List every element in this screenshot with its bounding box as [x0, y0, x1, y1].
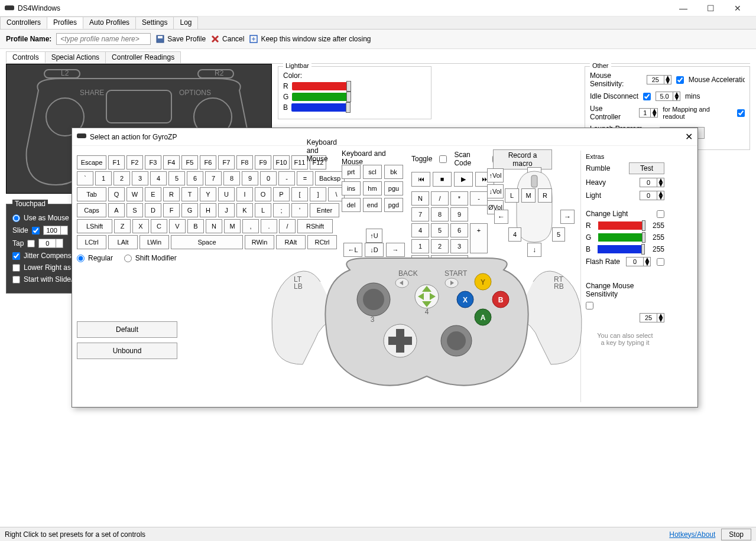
- key-lshift[interactable]: LShift: [77, 219, 112, 233]
- maximize-button[interactable]: ☐: [697, 4, 724, 13]
- key-u[interactable]: U: [218, 187, 235, 201]
- mouse-4-button[interactable]: 4: [508, 227, 521, 242]
- key-2[interactable]: 2: [113, 171, 130, 185]
- key-y[interactable]: Y: [200, 187, 216, 201]
- lower-right-checkbox[interactable]: [12, 264, 20, 272]
- key-c[interactable]: C: [151, 219, 167, 233]
- unbound-button[interactable]: Unbound: [77, 343, 177, 359]
- lightbar-g-slider[interactable]: [292, 93, 351, 101]
- key-f8[interactable]: F8: [236, 155, 253, 170]
- cancel-button[interactable]: Cancel: [210, 34, 244, 44]
- vol-up-key[interactable]: ↑Vol: [487, 168, 504, 182]
- key-f1[interactable]: F1: [108, 155, 125, 170]
- slide-spinner[interactable]: ▲▼: [43, 226, 68, 235]
- modal-close-button[interactable]: ✕: [685, 131, 693, 142]
- record-macro-button[interactable]: Record a macro: [493, 149, 552, 170]
- key-space[interactable]: Space: [171, 235, 243, 249]
- key-d[interactable]: D: [145, 203, 161, 217]
- regular-radio[interactable]: [77, 255, 85, 262]
- key-1[interactable]: 1: [95, 171, 112, 185]
- key-[interactable]: ': [291, 203, 308, 217]
- key-f2[interactable]: F2: [126, 155, 143, 170]
- key-x[interactable]: X: [132, 219, 149, 233]
- key-9[interactable]: 9: [242, 171, 258, 185]
- key-[interactable]: ⏮: [411, 172, 430, 187]
- key-[interactable]: ]: [310, 187, 326, 201]
- key-w[interactable]: W: [126, 187, 143, 201]
- key-5[interactable]: 5: [168, 171, 185, 185]
- profile-name-input[interactable]: [56, 33, 151, 45]
- close-button[interactable]: ✕: [724, 4, 751, 13]
- numpad-[interactable]: /: [431, 191, 449, 206]
- idle-spinner[interactable]: ▲▼: [656, 92, 680, 101]
- key-[interactable]: .: [261, 219, 277, 233]
- light-spinner[interactable]: ▲▼: [640, 191, 664, 200]
- lightbar-r-slider[interactable]: [292, 82, 351, 90]
- tab-controllers[interactable]: Controllers: [0, 17, 47, 29]
- jitter-checkbox[interactable]: [12, 252, 20, 260]
- key-3[interactable]: 3: [132, 171, 148, 185]
- mouse-sens-spinner[interactable]: ▲▼: [647, 75, 671, 84]
- key-caps[interactable]: Caps: [77, 203, 106, 217]
- numpad-6[interactable]: 6: [450, 223, 468, 237]
- key-lalt[interactable]: LAlt: [108, 235, 138, 249]
- key-l[interactable]: L: [255, 203, 271, 217]
- keep-size-button[interactable]: Keep this window size after closing: [249, 34, 371, 44]
- key-[interactable]: `: [77, 171, 93, 185]
- key-[interactable]: ;: [273, 203, 290, 217]
- key-f11[interactable]: F11: [291, 155, 308, 170]
- key-g[interactable]: G: [181, 203, 198, 217]
- key-m[interactable]: M: [224, 219, 241, 233]
- tab-controls[interactable]: Controls: [6, 51, 46, 63]
- key-f9[interactable]: F9: [255, 155, 271, 170]
- test-rumble-button[interactable]: Test: [629, 162, 664, 174]
- key-end[interactable]: end: [363, 198, 382, 212]
- tab-profiles[interactable]: Profiles: [47, 17, 83, 29]
- numpad-[interactable]: *: [450, 191, 468, 206]
- tap-checkbox[interactable]: [27, 240, 35, 247]
- hotkeys-about-link[interactable]: Hotkeys/About: [669, 530, 715, 539]
- key-o[interactable]: O: [255, 187, 271, 201]
- use-controller-spinner[interactable]: ▲▼: [639, 108, 658, 118]
- key-f4[interactable]: F4: [163, 155, 180, 170]
- key-del[interactable]: del: [342, 198, 361, 212]
- mouse-5-button[interactable]: 5: [552, 227, 565, 242]
- key-f[interactable]: F: [163, 203, 180, 217]
- key-hm[interactable]: hm: [363, 181, 382, 195]
- key-0[interactable]: 0: [260, 171, 277, 185]
- default-button[interactable]: Default: [77, 321, 177, 338]
- key-f6[interactable]: F6: [200, 155, 216, 170]
- minimize-button[interactable]: —: [670, 4, 697, 13]
- key-pgd[interactable]: pgd: [384, 198, 403, 212]
- key-8[interactable]: 8: [223, 171, 240, 185]
- tab-settings[interactable]: Settings: [135, 17, 174, 29]
- key-backsp[interactable]: Backsp: [315, 171, 345, 185]
- tap-spinner[interactable]: ▲▼: [38, 239, 63, 248]
- key-[interactable]: ▶: [454, 172, 473, 187]
- mouse-sens-extras-spinner[interactable]: ▲▼: [640, 313, 664, 322]
- mouse-accel-checkbox[interactable]: [676, 76, 684, 84]
- key-h[interactable]: H: [200, 203, 216, 217]
- key-r[interactable]: R: [163, 187, 180, 201]
- key-a[interactable]: A: [108, 203, 125, 217]
- use-as-mouse-radio[interactable]: [12, 214, 20, 222]
- key-lwin[interactable]: LWin: [139, 235, 169, 249]
- key-pgu[interactable]: pgu: [384, 181, 403, 195]
- shift-modifier-radio[interactable]: [124, 255, 132, 262]
- key-q[interactable]: Q: [108, 187, 125, 201]
- key-[interactable]: =: [297, 171, 313, 185]
- key-j[interactable]: J: [218, 203, 235, 217]
- tab-auto-profiles[interactable]: Auto Profiles: [83, 17, 136, 29]
- key-7[interactable]: 7: [205, 171, 222, 185]
- numpad-8[interactable]: 8: [431, 207, 449, 221]
- key-tab[interactable]: Tab: [77, 187, 106, 201]
- tab-log[interactable]: Log: [173, 17, 198, 29]
- mouse-left-button[interactable]: L: [505, 188, 519, 203]
- key-v[interactable]: V: [169, 219, 186, 233]
- key-z[interactable]: Z: [114, 219, 131, 233]
- key-f3[interactable]: F3: [145, 155, 161, 170]
- key-[interactable]: -: [278, 171, 295, 185]
- key-f7[interactable]: F7: [218, 155, 235, 170]
- flash-rate-spinner[interactable]: ▲▼: [626, 257, 651, 266]
- numpad-N[interactable]: N: [411, 191, 429, 206]
